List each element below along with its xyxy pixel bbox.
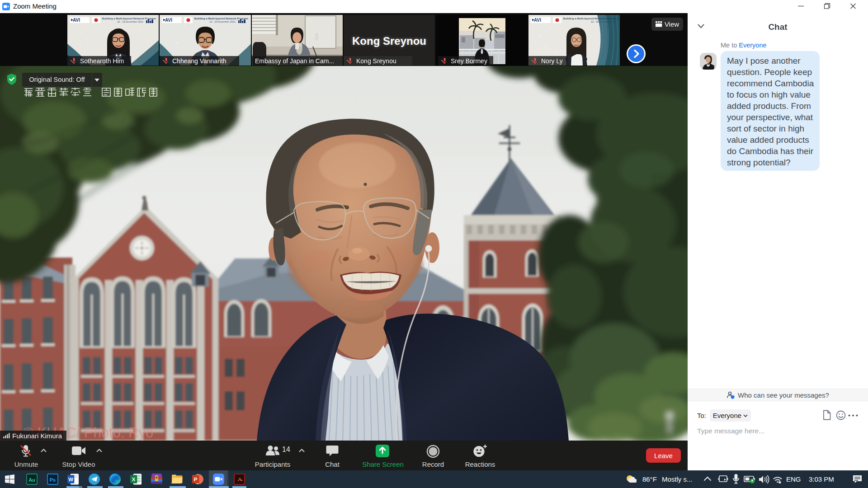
svg-text:Ps: Ps xyxy=(50,477,56,483)
svg-text:AVI: AVI xyxy=(165,18,172,23)
svg-text:12 - 15 December 2021: 12 - 15 December 2021 xyxy=(117,20,143,23)
svg-text:Kong Sreynou: Kong Sreynou xyxy=(352,35,426,47)
svg-text:Building a Multi-layered Netwo: Building a Multi-layered Network Program xyxy=(563,17,617,20)
svg-text:W: W xyxy=(68,477,73,482)
svg-text:12 - 15 December 2021: 12 - 15 December 2021 xyxy=(209,20,236,23)
svg-text:X: X xyxy=(132,477,136,482)
svg-text:AVI: AVI xyxy=(73,18,80,23)
svg-text:P: P xyxy=(194,477,198,482)
svg-text:AVI: AVI xyxy=(534,18,541,23)
svg-text:Au: Au xyxy=(28,477,35,483)
svg-text:12 - 15 December 2021: 12 - 15 December 2021 xyxy=(591,20,617,23)
